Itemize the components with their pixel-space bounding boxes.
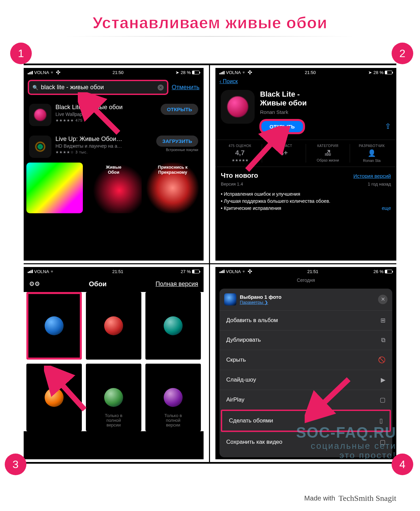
wifi-icon: ᯤ: [50, 269, 55, 274]
back-button[interactable]: ‹ Поиск: [215, 77, 396, 86]
full-version-link[interactable]: Полная версия: [156, 281, 198, 288]
carrier-label: VOLNA: [226, 70, 241, 75]
step-1-panel: VOLNAᯤ ✢ 21:50 ➤28 % 🔍 black lite - живы…: [24, 64, 210, 263]
clock-label: 21:51: [307, 269, 319, 274]
location-icon: ➤: [368, 70, 372, 75]
clock-label: 21:51: [112, 269, 123, 274]
clock-label: 21:50: [113, 70, 124, 75]
cancel-button[interactable]: Отменить: [172, 84, 200, 91]
version-history-link[interactable]: История версий: [353, 173, 391, 179]
svg-line-0: [85, 99, 118, 133]
signal-bars-icon: [219, 270, 225, 273]
battery-label: 26 %: [373, 269, 383, 274]
info-value: Образ жизни: [307, 158, 348, 162]
wallpaper-tile[interactable]: [145, 292, 201, 360]
step-badge-3: 3: [5, 454, 26, 475]
action-hide[interactable]: Скрыть🚫: [219, 350, 392, 370]
status-bar: VOLNAᯤ 21:51 27 %: [24, 267, 204, 276]
action-add-to-album[interactable]: Добавить в альбом⊞: [219, 310, 392, 330]
clock-label: 21:50: [305, 70, 316, 75]
version-label: Версия 1.4: [221, 181, 243, 187]
release-notes: • Исправления ошибок и улучшения • Лучша…: [221, 191, 391, 212]
play-icon: ▶: [381, 376, 386, 384]
wifi-icon: ᯤ ✢: [50, 70, 61, 75]
open-button[interactable]: ОТКРЫТЬ: [161, 104, 198, 115]
screenshots-row: Живые Обои Прикоснись к Прекрасному: [24, 163, 204, 213]
iap-label: Встроенные покупки: [156, 148, 198, 152]
album-icon: ⊞: [380, 317, 386, 324]
share-icon[interactable]: ⇪: [385, 122, 391, 131]
battery-icon: [385, 270, 392, 273]
status-bar: VOLNAᯤ ✢ 21:50 ➤28 %: [24, 68, 204, 77]
age-label: 1 год назад: [368, 181, 391, 187]
screenshot[interactable]: Прикоснись к Прекрасному: [144, 163, 201, 213]
step-2-panel: VOLNAᯤ ✢ 21:50 ➤28 % ‹ Поиск Black Lite …: [210, 64, 396, 263]
step-badge-1: 1: [10, 43, 32, 64]
screenshot[interactable]: Живые Обои: [86, 163, 142, 213]
battery-label: 28 %: [181, 70, 191, 75]
step-badge-2: 2: [392, 43, 413, 64]
locked-label: Только в полной версии: [145, 413, 201, 428]
battery-icon: [385, 71, 392, 74]
app-subtitle: HD Виджеты и лаунчер на а…: [55, 143, 152, 149]
screenshot-caption: Живые Обои: [86, 165, 142, 175]
signal-bars-icon: [28, 270, 33, 273]
annotation-arrow: [305, 372, 355, 423]
location-icon: ➤: [176, 70, 179, 75]
step-3-panel: VOLNAᯤ 21:51 27 % ⚙︎⚙︎ Обои Полная верси…: [24, 263, 210, 464]
close-icon[interactable]: ✕: [378, 295, 388, 304]
clear-icon[interactable]: ✕: [158, 84, 164, 91]
page-title: Устанавливаем живые обои: [0, 0, 420, 32]
today-label: Сегодня: [215, 276, 396, 284]
photo-thumbnail: [224, 293, 236, 306]
snagit-logo: TechSmith Snagit: [339, 494, 396, 503]
app-icon: [221, 90, 255, 124]
search-query: black lite - живые обои: [41, 84, 104, 91]
app-icon: [29, 136, 51, 158]
title-divider: [65, 36, 355, 36]
chair-icon: 🏖: [307, 149, 348, 157]
phone-icon: ▯: [379, 417, 383, 424]
action-duplicate[interactable]: Дублировать⧉: [219, 330, 392, 350]
wallpaper-tile[interactable]: [26, 292, 82, 360]
screenshot[interactable]: [26, 163, 83, 213]
wifi-icon: ᯤ ✢: [242, 70, 252, 75]
duplicate-icon: ⧉: [381, 337, 386, 344]
wallpaper-tile-locked[interactable]: Только в полной версии: [145, 364, 201, 431]
signal-bars-icon: [219, 71, 225, 74]
wifi-icon: ᯤ ✢: [242, 269, 252, 274]
svg-line-1: [247, 133, 281, 170]
wallpaper-tile[interactable]: [86, 292, 141, 360]
carrier-label: VOLNA: [226, 269, 241, 274]
battery-label: 27 %: [181, 269, 191, 274]
annotation-arrow: [240, 126, 291, 177]
hide-icon: 🚫: [378, 356, 386, 364]
watermark: SOC-FAQ.RU социальные сети это просто!: [296, 424, 396, 460]
status-bar: VOLNAᯤ ✢ 21:51 26 %: [215, 267, 396, 276]
battery-icon: [192, 270, 200, 273]
battery-label: 28 %: [373, 70, 383, 75]
more-link[interactable]: еще: [382, 205, 391, 212]
search-icon: 🔍: [32, 85, 38, 90]
app-publisher: Ronan Stark: [260, 109, 391, 115]
app-icon: [29, 104, 51, 126]
signal-bars-icon: [28, 71, 33, 74]
settings-icon[interactable]: ⚙︎⚙︎: [29, 280, 40, 288]
rating-stars: ★★★★☆ 3 тыс.: [55, 150, 152, 154]
status-bar: VOLNAᯤ ✢ 21:50 ➤28 %: [215, 68, 396, 77]
info-label: КАТЕГОРИЯ: [307, 144, 348, 148]
svg-line-3: [313, 379, 349, 413]
download-button[interactable]: ЗАГРУЗИТЬ: [156, 136, 198, 147]
annotation-arrow: [44, 366, 95, 416]
person-icon: 👤: [351, 149, 392, 157]
carrier-label: VOLNA: [34, 269, 49, 274]
carrier-label: VOLNA: [34, 70, 49, 75]
footer-credit: Made with TechSmith Snagit: [304, 494, 396, 503]
parameters-link[interactable]: Параметры ❯: [240, 300, 281, 305]
app-name: Black Lite - Живые обои: [260, 90, 391, 108]
airplay-icon: ▢: [380, 396, 386, 404]
screenshot-caption: Прикоснись к Прекрасному: [144, 165, 201, 175]
annotation-arrow: [78, 92, 125, 140]
selected-count: Выбрано 1 фото: [240, 294, 281, 300]
battery-icon: [192, 71, 200, 74]
